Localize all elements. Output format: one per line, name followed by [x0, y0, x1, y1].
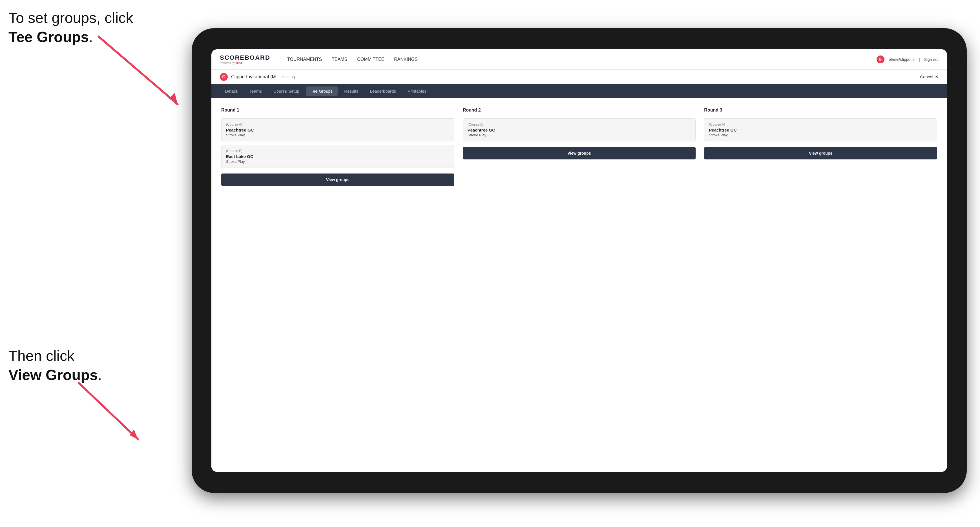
round-3-title: Round 3	[704, 108, 937, 113]
round-1-course-b-name: East Lake GC	[226, 154, 450, 159]
tablet-device: SCOREBOARD Powered by clipd TOURNAMENTS …	[192, 28, 967, 493]
tournament-bar: C Clippd Invitational (M... Hosting Canc…	[212, 70, 947, 84]
instruction-bottom-suffix: .	[98, 367, 102, 383]
svg-marker-3	[130, 430, 138, 440]
round-3-course-a-label: (Course A)	[709, 122, 932, 127]
round-1-title: Round 1	[221, 108, 454, 113]
svg-marker-1	[169, 93, 178, 104]
nav-tournaments[interactable]: TOURNAMENTS	[287, 55, 322, 64]
tablet-screen: SCOREBOARD Powered by clipd TOURNAMENTS …	[212, 49, 947, 472]
tournament-hosting: Hosting	[282, 75, 295, 79]
sub-nav-tabs: Details Teams Course Setup Tee Groups Re…	[212, 84, 947, 98]
svg-line-0	[99, 37, 178, 104]
nav-links: TOURNAMENTS TEAMS COMMITTEE RANKINGS	[287, 55, 418, 64]
tab-teams[interactable]: Teams	[244, 86, 267, 96]
round-3-column: Round 3 (Course A) Peachtree GC Stroke P…	[704, 108, 937, 186]
round-2-view-groups-button[interactable]: View groups	[463, 147, 696, 159]
separator: |	[919, 57, 920, 62]
nav-teams[interactable]: TEAMS	[332, 55, 347, 64]
sign-out-link[interactable]: Sign out	[924, 57, 939, 62]
round-1-course-b-label: (Course B)	[226, 149, 450, 153]
round-1-view-groups-button[interactable]: View groups	[221, 173, 454, 186]
round-3-view-groups-button[interactable]: View groups	[704, 147, 937, 159]
rounds-grid: Round 1 (Course A) Peachtree GC Stroke P…	[221, 108, 937, 186]
clipd-brand: clipd	[235, 61, 242, 65]
main-content: Round 1 (Course A) Peachtree GC Stroke P…	[212, 98, 947, 472]
powered-by-label: Powered by clipd	[220, 61, 270, 65]
tab-printables[interactable]: Printables	[402, 86, 431, 96]
round-1-course-a-format: Stroke Play	[226, 133, 450, 137]
round-2-course-a-format: Stroke Play	[468, 133, 691, 137]
logo-area: SCOREBOARD Powered by clipd	[220, 54, 270, 65]
instruction-then-click: Then click	[8, 348, 75, 364]
instruction-bold-view-groups: View Groups	[8, 367, 98, 383]
nav-rankings[interactable]: RANKINGS	[394, 55, 418, 64]
round-3-course-a-format: Stroke Play	[709, 133, 932, 137]
round-1-column: Round 1 (Course A) Peachtree GC Stroke P…	[221, 108, 454, 186]
round-2-course-a-card: (Course A) Peachtree GC Stroke Play	[463, 118, 696, 141]
tournament-logo-icon: C	[220, 73, 228, 81]
round-2-course-a-name: Peachtree GC	[468, 128, 691, 132]
tournament-name: Clippd Invitational (M...	[231, 74, 280, 80]
instruction-top: To set groups, click Tee Groups.	[8, 8, 133, 46]
scoreboard-logo: SCOREBOARD	[220, 54, 270, 61]
round-1-course-b-card: (Course B) East Lake GC Stroke Play	[221, 145, 454, 168]
tab-tee-groups[interactable]: Tee Groups	[306, 86, 338, 96]
tab-leaderboards[interactable]: Leaderboards	[365, 86, 401, 96]
tab-course-setup[interactable]: Course Setup	[268, 86, 304, 96]
round-3-course-a-name: Peachtree GC	[709, 128, 932, 132]
round-2-column: Round 2 (Course A) Peachtree GC Stroke P…	[463, 108, 696, 186]
user-email: blair@clippd.io	[889, 57, 915, 62]
instruction-bold-tee-groups: Tee Groups	[8, 29, 89, 45]
round-1-course-a-name: Peachtree GC	[226, 128, 450, 132]
arrow-view-groups	[76, 380, 146, 445]
nav-committee[interactable]: COMMITTEE	[357, 55, 384, 64]
nav-right: B blair@clippd.io | Sign out	[877, 56, 939, 63]
instruction-suffix: .	[89, 29, 93, 45]
tab-details[interactable]: Details	[220, 86, 243, 96]
user-avatar: B	[877, 56, 885, 63]
cancel-button[interactable]: Cancel ✕	[920, 75, 939, 79]
round-3-course-a-card: (Course A) Peachtree GC Stroke Play	[704, 118, 937, 141]
instruction-bottom: Then click View Groups.	[8, 346, 102, 384]
top-nav-bar: SCOREBOARD Powered by clipd TOURNAMENTS …	[212, 49, 947, 70]
svg-line-2	[79, 383, 138, 440]
close-icon: ✕	[935, 75, 939, 79]
instruction-line1: To set groups, click	[8, 10, 133, 26]
tab-results[interactable]: Results	[339, 86, 363, 96]
round-2-title: Round 2	[463, 108, 696, 113]
round-1-course-b-format: Stroke Play	[226, 159, 450, 163]
round-1-course-a-label: (Course A)	[226, 122, 450, 127]
round-2-course-a-label: (Course A)	[468, 122, 691, 127]
round-1-course-a-card: (Course A) Peachtree GC Stroke Play	[221, 118, 454, 141]
